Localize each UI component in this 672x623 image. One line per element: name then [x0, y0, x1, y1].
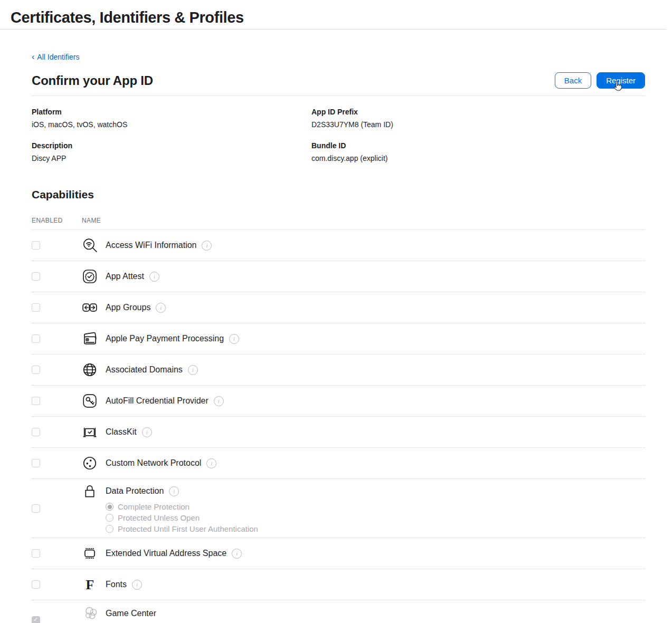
radio-option[interactable]: Protected Unless Open — [106, 513, 258, 522]
capability-row: AutoFill Credential Provider i — [32, 386, 645, 417]
capability-checkbox[interactable] — [32, 397, 40, 405]
capability-name: App Attest — [106, 272, 144, 281]
fonts-icon: F — [82, 577, 106, 592]
capability-checkbox[interactable] — [32, 303, 40, 312]
info-icon[interactable]: i — [156, 303, 166, 313]
page: Certificates, Identifiers & Profiles ‹ A… — [0, 0, 672, 623]
radio-icon[interactable] — [106, 503, 113, 511]
field-label: Platform — [32, 107, 311, 117]
capability-checkbox[interactable] — [32, 504, 40, 513]
breadcrumb-label: All Identifiers — [37, 53, 79, 61]
chevron-left-icon: ‹ — [32, 53, 34, 61]
capability-row: Custom Network Protocol i — [32, 448, 645, 479]
classkit-icon — [82, 424, 106, 440]
field-value: com.discy.app (explicit) — [311, 153, 645, 164]
content: ‹ All Identifiers Confirm your App ID Ba… — [32, 30, 645, 623]
details-grid: Platform iOS, macOS, tvOS, watchOS App I… — [32, 107, 645, 174]
app-attest-icon — [82, 269, 106, 284]
radio-option-label: Protected Until First User Authenticatio… — [118, 524, 258, 533]
wifi-search-icon — [82, 237, 106, 253]
field-value: Discy APP — [32, 153, 311, 164]
game-center-icon — [82, 605, 106, 622]
globe-icon — [82, 362, 106, 378]
radio-icon[interactable] — [106, 514, 113, 522]
register-button[interactable]: Register — [597, 72, 645, 89]
capability-row: Data Protection i Complete ProtectionPro… — [32, 479, 645, 538]
key-icon — [82, 393, 106, 409]
capability-checkbox[interactable] — [32, 580, 40, 589]
masthead: Certificates, Identifiers & Profiles — [0, 0, 672, 26]
page-heading: Confirm your App ID — [32, 73, 153, 88]
field-label: App ID Prefix — [311, 107, 645, 117]
capability-checkbox[interactable] — [32, 428, 40, 436]
capabilities-list: Access WiFi Information i App Attest i — [32, 230, 645, 623]
radio-option-label: Complete Protection — [118, 502, 190, 511]
info-icon[interactable]: i — [232, 549, 242, 559]
capability-row: Access WiFi Information i — [32, 230, 645, 261]
capability-checkbox[interactable] — [32, 241, 40, 250]
field-app-id-prefix: App ID Prefix D2S33U7YM8 (Team ID) — [311, 107, 645, 130]
field-bundle-id: Bundle ID com.discy.app (explicit) — [311, 140, 645, 164]
radio-icon[interactable] — [106, 525, 113, 533]
capability-checkbox[interactable] — [32, 616, 40, 623]
info-icon[interactable]: i — [149, 272, 159, 282]
capability-row: Associated Domains i — [32, 354, 645, 386]
capabilities-heading: Capabilities — [32, 188, 645, 201]
capability-row: ClassKit i — [32, 417, 645, 448]
field-description: Description Discy APP — [32, 140, 311, 164]
capability-name: Custom Network Protocol — [106, 458, 201, 468]
capabilities-column-headers: ENABLED NAME — [32, 217, 645, 230]
capability-checkbox[interactable] — [32, 366, 40, 374]
field-label: Description — [32, 140, 311, 151]
capability-name: Associated Domains — [106, 365, 183, 375]
info-icon[interactable]: i — [142, 427, 152, 437]
info-icon[interactable]: i — [188, 365, 198, 375]
field-value: iOS, macOS, tvOS, watchOS — [32, 119, 311, 130]
field-label: Bundle ID — [311, 140, 645, 151]
heading-divider — [32, 95, 645, 96]
capability-row: Extended Virtual Address Space i — [32, 538, 645, 569]
info-icon[interactable]: i — [206, 458, 216, 468]
capability-row: Apple Pay Payment Processing i — [32, 323, 645, 354]
capability-row: App Attest i — [32, 261, 645, 292]
capability-checkbox[interactable] — [32, 549, 40, 558]
capability-row: F Fonts i — [32, 569, 645, 600]
info-icon[interactable]: i — [202, 241, 212, 251]
page-title: Certificates, Identifiers & Profiles — [11, 8, 672, 26]
capability-name: Access WiFi Information — [106, 241, 196, 250]
capability-name: Extended Virtual Address Space — [106, 549, 226, 558]
capability-name: ClassKit — [106, 427, 137, 437]
data-protection-options: Complete ProtectionProtected Unless Open… — [106, 502, 258, 533]
radio-option[interactable]: Protected Until First User Authenticatio… — [106, 524, 258, 533]
field-value: D2S33U7YM8 (Team ID) — [311, 119, 645, 130]
info-icon[interactable]: i — [169, 486, 179, 496]
apple-pay-icon — [82, 331, 106, 347]
capability-checkbox[interactable] — [32, 272, 40, 281]
capability-name: Apple Pay Payment Processing — [106, 334, 224, 343]
capability-checkbox[interactable] — [32, 459, 40, 467]
back-button[interactable]: Back — [555, 72, 591, 89]
lock-icon — [82, 483, 106, 499]
capability-name: Game Center — [106, 609, 156, 618]
column-name: NAME — [82, 217, 101, 224]
field-platform: Platform iOS, macOS, tvOS, watchOS — [32, 107, 311, 130]
radio-option-label: Protected Unless Open — [118, 513, 200, 522]
capability-row: Game Center iOS — [32, 600, 645, 623]
info-icon[interactable]: i — [229, 334, 239, 344]
info-icon[interactable]: i — [214, 396, 224, 406]
network-protocol-icon — [82, 455, 106, 471]
column-enabled: ENABLED — [32, 217, 82, 224]
chip-icon — [82, 545, 106, 561]
capability-name: Data Protection — [106, 486, 164, 496]
app-groups-icon — [82, 300, 106, 315]
capability-name: AutoFill Credential Provider — [106, 396, 209, 406]
info-icon[interactable]: i — [132, 580, 142, 590]
breadcrumb[interactable]: ‹ All Identifiers — [32, 53, 79, 61]
capability-checkbox[interactable] — [32, 334, 40, 343]
capability-name: App Groups — [106, 303, 150, 312]
capability-name: Fonts — [106, 580, 127, 589]
capability-row: App Groups i — [32, 292, 645, 323]
radio-option[interactable]: Complete Protection — [106, 502, 258, 511]
svg-text:F: F — [86, 577, 94, 592]
